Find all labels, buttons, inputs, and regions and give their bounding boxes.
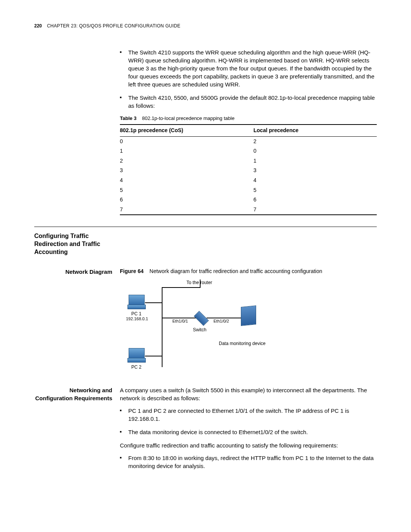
bullet-item: The Switch 4210, 5500, and 5500G provide…	[120, 94, 377, 110]
label-eth1: Eth1/0/1	[172, 318, 188, 324]
subsection-label-network-diagram: Network Diagram	[34, 268, 120, 387]
label-to-router: To the router	[186, 280, 212, 286]
table-row: 10	[120, 146, 377, 156]
precedence-table: 802.1p precedence (CoS) Local precedence…	[120, 124, 377, 215]
network-diagram: To the router PC 1 192.168.0.1 Eth1/0/1 …	[120, 280, 284, 375]
pc2-icon	[127, 348, 145, 363]
subsection-label-net-req: Networking and Configuration Requirement…	[34, 386, 120, 475]
table-row: 55	[120, 185, 377, 195]
page-number: 220	[34, 23, 42, 29]
req-bullet-list: From 8:30 to 18:00 in working days, redi…	[120, 454, 377, 470]
intro-bullet-list: The Switch 4210 supports the WRR queue s…	[120, 48, 377, 110]
label-switch: Switch	[193, 327, 206, 333]
table-label: Table 3	[120, 115, 137, 121]
table-header-cos: 802.1p precedence (CoS)	[120, 125, 253, 136]
page-header: 220 CHAPTER 23: QOS/QOS PROFILE CONFIGUR…	[34, 23, 377, 29]
netreq-mid: Configure traffic redirection and traffi…	[120, 441, 377, 449]
label-pc2: PC 2	[131, 364, 142, 371]
label-monitor-device: Data monitoring device	[219, 340, 266, 347]
switch-icon	[194, 315, 208, 322]
netreq-intro: A company uses a switch (a Switch 5500 i…	[120, 386, 377, 402]
section-divider	[34, 227, 377, 227]
table-caption: Table 3 802.1p-to-local precedence mappi…	[120, 115, 377, 122]
desc-bullet-list: PC 1 and PC 2 are connected to Ethernet …	[120, 407, 377, 436]
table-row: 02	[120, 136, 377, 146]
section-heading: Configuring Traffic Redirection and Traf…	[34, 232, 114, 256]
pc1-icon	[127, 295, 145, 309]
table-row: 33	[120, 166, 377, 176]
bullet-item: From 8:30 to 18:00 in working days, redi…	[120, 454, 377, 470]
table-row: 44	[120, 176, 377, 185]
label-pc1-ip: 192.168.0.1	[126, 316, 148, 322]
table-row: 77	[120, 205, 377, 215]
table-header-local: Local precedence	[253, 125, 377, 136]
bullet-item: The Switch 4210 supports the WRR queue s…	[120, 48, 377, 88]
figure-caption: Figure 64 Network diagram for traffic re…	[120, 268, 377, 275]
bullet-item: PC 1 and PC 2 are connected to Ethernet …	[120, 407, 377, 423]
table-caption-text: 802.1p-to-local precedence mapping table	[142, 115, 234, 121]
chapter-title: CHAPTER 23: QOS/QOS PROFILE CONFIGURATIO…	[47, 23, 180, 29]
table-row: 66	[120, 195, 377, 205]
server-icon	[241, 306, 256, 325]
figure-caption-text: Network diagram for traffic redirection …	[150, 268, 322, 274]
figure-label: Figure 64	[120, 268, 143, 274]
table-row: 21	[120, 156, 377, 166]
bullet-item: The data monitoring device is connected …	[120, 428, 377, 436]
label-eth2: Eth1/0/2	[213, 318, 229, 324]
